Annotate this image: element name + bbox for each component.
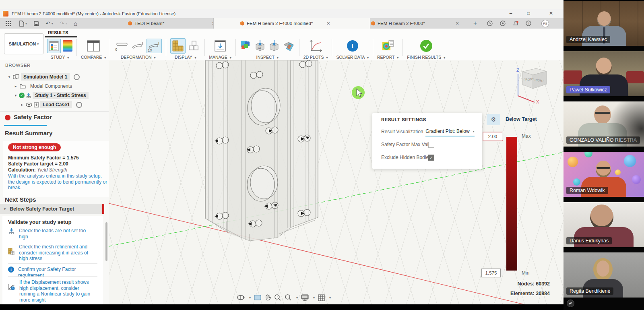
tree-item-simulation-model[interactable]: ▾ Simulation Model 1 — [0, 72, 116, 81]
bodies-display-icon[interactable] — [188, 39, 200, 52]
group-label-display[interactable]: DISPLAY — [175, 55, 192, 60]
zoom-icon[interactable] — [274, 294, 281, 301]
participant-video — [597, 260, 609, 277]
legend-color-bar[interactable] — [506, 137, 517, 271]
next-step-item[interactable]: If the Displacement result shows high di… — [8, 279, 94, 303]
mesh-display-icon[interactable] — [170, 38, 186, 54]
minimize-button[interactable]: – — [504, 9, 518, 18]
fit-icon[interactable] — [285, 294, 292, 301]
next-step-item[interactable]: Check the mesh refinement and consider i… — [8, 244, 93, 262]
group-label-solver[interactable]: SOLVER DATA — [336, 55, 365, 60]
job-status-icon[interactable] — [500, 19, 506, 27]
manage-icon[interactable] — [214, 40, 227, 52]
participant-tile[interactable]: Andrzej Kawalec — [564, 1, 644, 46]
group-label-manage[interactable]: MANAGE — [209, 55, 227, 60]
2d-plots-icon[interactable] — [309, 39, 322, 52]
close-button[interactable]: ✕ — [544, 9, 558, 18]
group-label-finish[interactable]: FINISH RESULTS — [407, 55, 441, 60]
participant-tile[interactable]: GONZALO VALIÑO RIESTRA — [564, 101, 644, 147]
visibility-eye-icon[interactable] — [26, 103, 32, 107]
legend-settings-gear-icon[interactable]: ⚙ — [487, 114, 500, 125]
study-results-icon[interactable] — [47, 39, 61, 53]
finish-results-icon[interactable] — [420, 40, 432, 52]
next-step-text: Check the loads are not set too high — [19, 228, 93, 240]
file-menu-button[interactable]: ▾ — [19, 19, 27, 27]
chevron-down-icon[interactable]: ▾ — [7, 75, 11, 79]
participant-tile[interactable]: Roman Wdowik — [564, 152, 644, 197]
redo-button[interactable]: ↷▾ — [60, 19, 67, 27]
participant-tile[interactable]: Darius Eidukynas — [564, 202, 644, 247]
group-label-study[interactable]: STUDY — [51, 55, 65, 60]
tree-item-model-components[interactable]: ▸ Model Components — [0, 82, 122, 91]
dropdown-caret-icon[interactable]: ▾ — [329, 296, 331, 300]
tab-close-icon[interactable]: ✕ — [456, 21, 459, 26]
user-avatar[interactable]: PS — [541, 20, 549, 27]
group-label-2dplots[interactable]: 2D PLOTS — [303, 55, 324, 60]
probe-icon[interactable] — [268, 39, 280, 52]
orbit-icon[interactable] — [237, 294, 245, 301]
model-viewport[interactable]: Z X FRONT RIGHT RESULT SETTINGS Result V… — [109, 60, 564, 304]
group-label-deformation[interactable]: DEFORMATION — [121, 55, 152, 60]
visualization-label: Result Visualization — [381, 129, 423, 134]
new-tab-icon[interactable]: + — [473, 19, 477, 27]
probe-xyz-icon[interactable]: xyz — [254, 39, 266, 52]
view-cube[interactable]: Z X FRONT RIGHT — [511, 64, 551, 104]
deformation-actual-icon[interactable]: I — [131, 40, 144, 52]
solver-data-icon[interactable]: i — [347, 40, 358, 52]
save-icon[interactable] — [34, 19, 39, 27]
compare-icon[interactable] — [87, 40, 100, 52]
exclude-hidden-checkbox[interactable]: ✓ — [428, 155, 434, 161]
dropdown-caret-icon: ▾ — [277, 56, 279, 60]
chevron-down-icon[interactable]: ▾ — [14, 93, 18, 97]
tab-close-icon[interactable]: ✕ — [326, 21, 330, 26]
legend-min-input[interactable]: 1.575 — [481, 269, 501, 277]
ribbon-group-2dplots: 2D PLOTS ▾ — [301, 37, 331, 60]
undo-button[interactable]: ↶▾ — [45, 19, 53, 27]
doc-tab-2-active[interactable]: FEM H beam 2 F4000 modified* ✕ — [213, 18, 370, 29]
panel-scrollbar[interactable] — [105, 222, 107, 261]
dropdown-caret-icon[interactable]: ▾ — [313, 296, 315, 300]
help-icon[interactable]: ? — [526, 19, 531, 27]
legend-max-input[interactable]: 2.00 — [483, 132, 503, 141]
home-icon[interactable]: ⌂ — [74, 19, 77, 27]
chevron-right-icon[interactable]: ▸ — [20, 103, 24, 107]
deformation-none-icon[interactable]: 0 — [114, 40, 129, 52]
maximize-button[interactable]: □ — [522, 9, 535, 18]
deformation-scaled-icon[interactable]: I 1X — [147, 39, 162, 53]
next-step-item[interactable]: Check the loads are not set too high — [8, 228, 93, 240]
activate-radio[interactable] — [74, 74, 80, 80]
max-value-checkbox[interactable] — [428, 142, 434, 148]
group-label-report[interactable]: REPORT — [377, 55, 394, 60]
folder-icon — [20, 84, 26, 89]
legend-colors-icon[interactable] — [63, 40, 72, 52]
visualization-dropdown[interactable]: Gradient Plot: Below ▾ — [425, 127, 475, 136]
model-canvas[interactable] — [109, 60, 564, 304]
tree-item-label: Simulation Model 1 — [21, 73, 70, 81]
doc-tab-1[interactable]: TEDI H beam* ✕ — [128, 18, 215, 29]
participant-tile[interactable]: Paweł Sułkowicz — [564, 51, 644, 96]
dropdown-caret-icon[interactable]: ▾ — [296, 296, 298, 300]
slice-plane-icon[interactable] — [282, 40, 295, 52]
next-steps-group-row[interactable]: ▾ Below Safety Factor Target — [0, 204, 104, 214]
doc-tab-3[interactable]: FEM H beam 2 F4000* ✕ — [371, 18, 459, 29]
inspect-results-icon[interactable] — [240, 40, 252, 52]
chevron-right-icon[interactable]: ▸ — [14, 84, 18, 88]
group-label-inspect[interactable]: INSPECT — [256, 55, 275, 60]
group-label-compare[interactable]: COMPARE — [81, 55, 102, 60]
report-icon[interactable] — [382, 40, 394, 52]
display-settings-icon[interactable] — [301, 294, 309, 301]
participant-tile[interactable]: Regita Bendikienė — [564, 252, 644, 298]
pan-hand-icon[interactable] — [264, 294, 271, 301]
recent-icon[interactable] — [487, 19, 493, 27]
grid-settings-icon[interactable] — [318, 294, 325, 301]
notifications-bell-icon[interactable] — [513, 19, 519, 27]
activate-radio[interactable] — [76, 102, 82, 108]
look-at-icon[interactable] — [254, 295, 261, 300]
workspace-selector[interactable]: SIMULATION ▾ — [4, 33, 43, 54]
dropdown-caret-icon[interactable]: ▾ — [249, 296, 251, 300]
tree-item-label: Load Case1 — [40, 101, 72, 108]
ribbon-tab-results[interactable]: RESULTS — [48, 30, 68, 35]
app-menu-icon[interactable] — [6, 19, 11, 27]
tree-item-study1[interactable]: ▾ ✓ Study 1 - Static Stress — [0, 91, 122, 100]
ribbon-group-display: DISPLAY ▾ — [167, 37, 203, 60]
